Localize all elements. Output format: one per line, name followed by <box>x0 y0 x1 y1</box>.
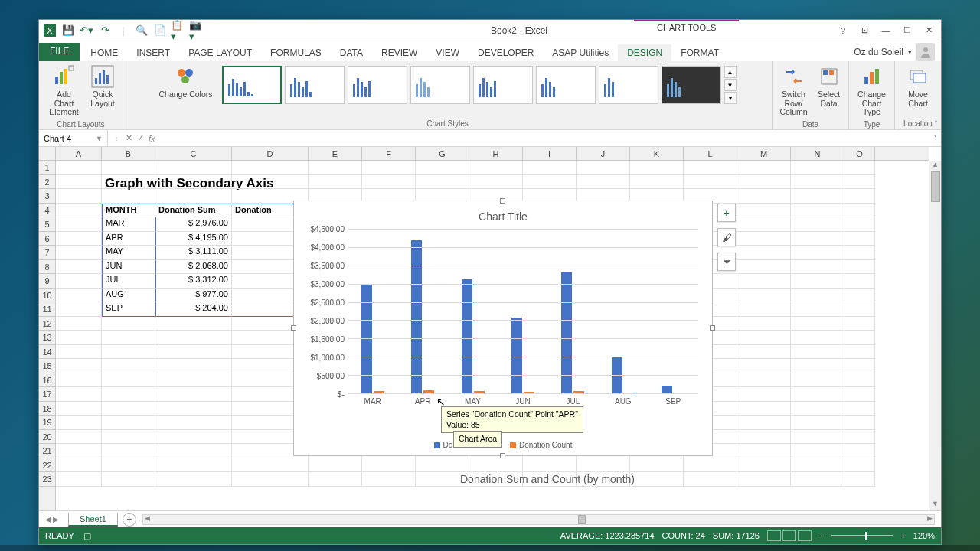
cell[interactable] <box>844 317 875 331</box>
row-header[interactable]: 13 <box>39 331 55 345</box>
row-header[interactable]: 17 <box>39 387 55 402</box>
cell[interactable] <box>791 373 844 388</box>
row-header[interactable]: 4 <box>39 204 55 218</box>
cell[interactable] <box>791 175 844 190</box>
cell[interactable] <box>844 458 875 473</box>
col-header[interactable]: C <box>155 147 232 160</box>
cell[interactable] <box>684 458 737 473</box>
cell[interactable] <box>56 161 102 175</box>
cell[interactable] <box>791 331 844 345</box>
cell[interactable] <box>737 204 791 218</box>
cell[interactable] <box>791 302 844 317</box>
tab-insert[interactable]: INSERT <box>127 44 179 61</box>
cell[interactable] <box>844 289 875 303</box>
cell[interactable] <box>102 373 155 388</box>
cell[interactable] <box>102 416 155 430</box>
cell[interactable]: AUG <box>102 289 155 303</box>
cell[interactable] <box>102 402 155 416</box>
cell[interactable] <box>737 175 791 190</box>
cell[interactable] <box>56 444 102 458</box>
row-header[interactable]: 8 <box>39 260 55 275</box>
cell[interactable] <box>791 472 844 487</box>
tab-formulas[interactable]: FORMULAS <box>261 44 331 61</box>
cell[interactable] <box>844 373 875 388</box>
new-sheet-button[interactable]: + <box>122 513 136 527</box>
embedded-chart[interactable]: Chart Title $4,500.00$4,000.00$3,500.00$… <box>293 201 713 456</box>
file-tab[interactable]: FILE <box>39 43 80 61</box>
cell[interactable] <box>56 458 102 473</box>
cell[interactable] <box>791 274 844 289</box>
move-chart-button[interactable]: Move Chart <box>900 63 936 109</box>
cell[interactable] <box>844 246 875 260</box>
row-header[interactable]: 2 <box>39 175 55 190</box>
cell[interactable] <box>577 161 630 175</box>
cell[interactable]: MAY <box>102 246 155 260</box>
row-header[interactable]: 15 <box>39 359 55 373</box>
name-box[interactable]: Chart 4 ▼ <box>39 130 108 146</box>
cell[interactable] <box>102 458 155 473</box>
cell[interactable] <box>309 472 362 487</box>
chart-styles-brush-icon[interactable]: 🖌 <box>717 228 736 246</box>
cell[interactable] <box>56 189 102 204</box>
close-icon[interactable]: ✕ <box>920 23 938 38</box>
cell[interactable] <box>56 175 102 190</box>
cell[interactable] <box>56 289 102 303</box>
cell[interactable] <box>844 345 875 360</box>
cell[interactable] <box>791 416 844 430</box>
cell[interactable] <box>737 217 791 232</box>
cell[interactable] <box>416 175 469 190</box>
page-layout-view-icon[interactable] <box>782 530 796 541</box>
help-icon[interactable]: ? <box>834 23 852 38</box>
cell[interactable] <box>155 175 232 190</box>
chart-style-6[interactable] <box>536 66 596 104</box>
cell[interactable] <box>577 175 630 190</box>
normal-view-icon[interactable] <box>767 530 781 541</box>
col-header[interactable]: M <box>737 147 791 160</box>
cell[interactable] <box>56 416 102 430</box>
cell[interactable] <box>56 274 102 289</box>
cell[interactable] <box>737 302 791 317</box>
cell[interactable] <box>362 175 416 190</box>
cell[interactable] <box>844 302 875 317</box>
cell[interactable] <box>155 345 232 360</box>
row-header[interactable]: 18 <box>39 402 55 416</box>
cell[interactable]: $ 3,111.00 <box>155 246 232 260</box>
cell[interactable] <box>155 402 232 416</box>
cell[interactable] <box>232 175 309 190</box>
cell[interactable]: SEP <box>102 302 155 317</box>
print-preview-icon[interactable]: 🔍 <box>134 23 149 38</box>
row-header[interactable]: 16 <box>39 373 55 388</box>
cell[interactable] <box>844 331 875 345</box>
cell[interactable] <box>737 232 791 246</box>
cell[interactable] <box>56 402 102 416</box>
tab-format[interactable]: FORMAT <box>671 44 728 61</box>
cell[interactable]: $ 3,312.00 <box>155 274 232 289</box>
change-colors-button[interactable]: Change Colors <box>155 63 215 101</box>
cell[interactable] <box>416 161 469 175</box>
cell[interactable] <box>791 317 844 331</box>
row-header[interactable]: 10 <box>39 289 55 303</box>
cell[interactable] <box>56 317 102 331</box>
worksheet-grid[interactable]: ABCDEFGHIJKLMNO 123456789101112131415161… <box>39 147 941 510</box>
cell[interactable] <box>56 260 102 275</box>
cell[interactable] <box>232 161 309 175</box>
cell[interactable]: $ 977.00 <box>155 289 232 303</box>
tab-asap[interactable]: ASAP Utilities <box>543 44 618 61</box>
row-header[interactable]: 19 <box>39 416 55 430</box>
cell[interactable] <box>844 430 875 445</box>
chart-style-2[interactable] <box>285 66 345 104</box>
cell[interactable] <box>232 472 309 487</box>
change-chart-type-button[interactable]: Change Chart Type <box>854 63 890 119</box>
cell[interactable] <box>844 161 875 175</box>
cell[interactable] <box>155 373 232 388</box>
ribbon-options-icon[interactable]: ⊡ <box>855 23 874 38</box>
cell[interactable] <box>155 331 232 345</box>
cell[interactable] <box>56 217 102 232</box>
cell[interactable] <box>232 458 309 473</box>
cell[interactable] <box>737 472 791 487</box>
cell[interactable] <box>102 472 155 487</box>
cell[interactable] <box>56 246 102 260</box>
cell[interactable] <box>737 416 791 430</box>
tab-home[interactable]: HOME <box>81 44 127 61</box>
cancel-formula-icon[interactable]: ✕ <box>126 133 132 143</box>
